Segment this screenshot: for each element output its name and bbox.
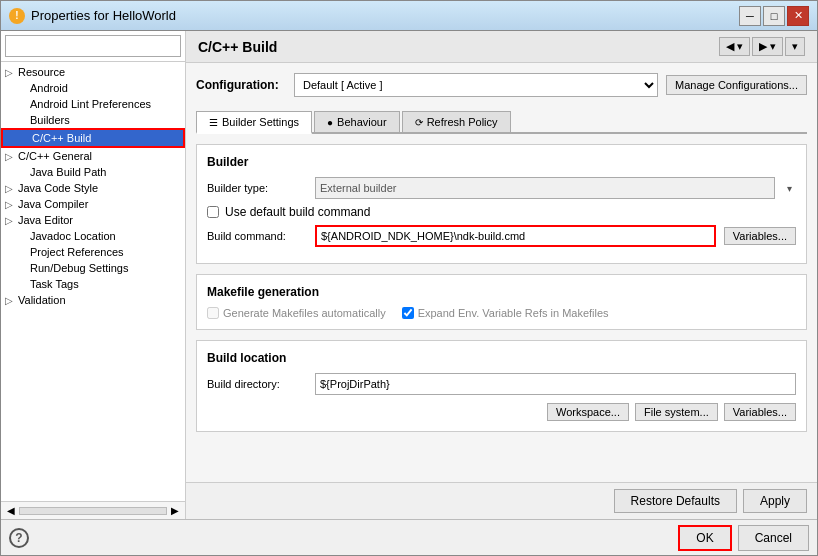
nav-arrows: ◀ ▾ ▶ ▾ ▾ (719, 37, 805, 56)
generate-makefiles-checkbox[interactable] (207, 307, 219, 319)
sidebar-item-task-tags[interactable]: Task Tags (1, 276, 185, 292)
tab-refresh-policy[interactable]: ⟳ Refresh Policy (402, 111, 511, 132)
sidebar-item-label-java-build: Java Build Path (30, 166, 106, 178)
sidebar-item-label-validation: Validation (18, 294, 66, 306)
apply-button[interactable]: Apply (743, 489, 807, 513)
configuration-select[interactable]: Default [ Active ] (294, 73, 658, 97)
build-command-input[interactable] (315, 225, 716, 247)
build-command-row: Build command: Variables... (207, 225, 796, 247)
tree-arrow-cpp-general: ▷ (5, 151, 15, 162)
build-variables-button[interactable]: Variables... (724, 227, 796, 245)
sidebar-item-java-compiler[interactable]: ▷ Java Compiler (1, 196, 185, 212)
tree-arrow-resource: ▷ (5, 67, 15, 78)
use-default-label: Use default build command (225, 205, 370, 219)
sidebar-item-label-cpp-build: C/C++ Build (32, 132, 91, 144)
sidebar-item-java-editor[interactable]: ▷ Java Editor (1, 212, 185, 228)
sidebar-item-android[interactable]: Android (1, 80, 185, 96)
makefile-options-row: Generate Makefiles automatically Expand … (207, 307, 796, 319)
tab-builder-settings[interactable]: ☰ Builder Settings (196, 111, 312, 134)
sidebar-search-area (1, 31, 185, 62)
content-panel-title: C/C++ Build (198, 39, 277, 55)
build-command-label: Build command: (207, 230, 307, 242)
minimize-button[interactable]: ─ (739, 6, 761, 26)
sidebar-tree: ▷ Resource Android Android Lint Preferen… (1, 62, 185, 501)
sidebar-item-run-debug[interactable]: Run/Debug Settings (1, 260, 185, 276)
configuration-label: Configuration: (196, 78, 286, 92)
sidebar-item-builders[interactable]: Builders (1, 112, 185, 128)
title-bar-left: ! Properties for HelloWorld (9, 8, 176, 24)
title-controls: ─ □ ✕ (739, 6, 809, 26)
window-title: Properties for HelloWorld (31, 8, 176, 23)
bottom-bar: ? OK Cancel (1, 519, 817, 555)
tree-arrow-java-code: ▷ (5, 183, 15, 194)
sidebar-item-label-rundebug: Run/Debug Settings (30, 262, 128, 274)
workspace-button[interactable]: Workspace... (547, 403, 629, 421)
sidebar-item-resource[interactable]: ▷ Resource (1, 64, 185, 80)
builder-type-text: External builder (320, 182, 396, 194)
generate-makefiles-item: Generate Makefiles automatically (207, 307, 386, 319)
sidebar-item-validation[interactable]: ▷ Validation (1, 292, 185, 308)
use-default-row: Use default build command (207, 205, 796, 219)
scroll-left-arrow[interactable]: ◀ (3, 505, 19, 516)
cancel-button[interactable]: Cancel (738, 525, 809, 551)
tree-arrow-validation: ▷ (5, 295, 15, 306)
build-location-buttons: Workspace... File system... Variables... (207, 403, 796, 421)
builder-section-title: Builder (207, 155, 796, 169)
sidebar-item-cpp-build[interactable]: C/C++ Build (1, 128, 185, 148)
app-icon: ! (9, 8, 25, 24)
builder-type-label: Builder type: (207, 182, 307, 194)
sidebar-scrollbar[interactable]: ◀ ▶ (1, 501, 185, 519)
sidebar-item-label-java-compiler: Java Compiler (18, 198, 88, 210)
expand-env-label: Expand Env. Variable Refs in Makefiles (418, 307, 609, 319)
makefile-section: Makefile generation Generate Makefiles a… (196, 274, 807, 330)
builder-type-dropdown-arrow: ▾ (783, 183, 796, 194)
sidebar-search-input[interactable] (5, 35, 181, 57)
manage-configurations-button[interactable]: Manage Configurations... (666, 75, 807, 95)
behaviour-icon: ● (327, 117, 333, 128)
tab-behaviour-label: Behaviour (337, 116, 387, 128)
sidebar-item-label-java-code: Java Code Style (18, 182, 98, 194)
tree-arrow-java-compiler: ▷ (5, 199, 15, 210)
sidebar-item-android-lint[interactable]: Android Lint Preferences (1, 96, 185, 112)
generate-makefiles-label: Generate Makefiles automatically (223, 307, 386, 319)
sidebar-item-label-resource: Resource (18, 66, 65, 78)
sidebar-item-label-lint: Android Lint Preferences (30, 98, 151, 110)
sidebar-item-project-refs[interactable]: Project References (1, 244, 185, 260)
sidebar: ▷ Resource Android Android Lint Preferen… (1, 31, 186, 519)
ok-button[interactable]: OK (678, 525, 731, 551)
title-bar: ! Properties for HelloWorld ─ □ ✕ (1, 1, 817, 31)
sidebar-item-label-javadoc: Javadoc Location (30, 230, 116, 242)
builder-type-row: Builder type: External builder ▾ (207, 177, 796, 199)
sidebar-item-label-tasktags: Task Tags (30, 278, 79, 290)
expand-env-checkbox[interactable] (402, 307, 414, 319)
sidebar-item-label-builders: Builders (30, 114, 70, 126)
help-button[interactable]: ? (9, 528, 29, 548)
builder-settings-icon: ☰ (209, 117, 218, 128)
build-location-section: Build location Build directory: Workspac… (196, 340, 807, 432)
sidebar-item-label-cpp-general: C/C++ General (18, 150, 92, 162)
sidebar-item-java-build-path[interactable]: Java Build Path (1, 164, 185, 180)
tree-arrow-java-editor: ▷ (5, 215, 15, 226)
tab-refresh-policy-label: Refresh Policy (427, 116, 498, 128)
forward-button[interactable]: ▶ ▾ (752, 37, 783, 56)
build-dir-input[interactable] (315, 373, 796, 395)
main-window: ! Properties for HelloWorld ─ □ ✕ ▷ Reso… (0, 0, 818, 556)
builder-type-value: External builder (315, 177, 775, 199)
menu-button[interactable]: ▾ (785, 37, 805, 56)
file-system-button[interactable]: File system... (635, 403, 718, 421)
use-default-checkbox[interactable] (207, 206, 219, 218)
expand-env-item: Expand Env. Variable Refs in Makefiles (402, 307, 609, 319)
sidebar-item-javadoc[interactable]: Javadoc Location (1, 228, 185, 244)
build-location-title: Build location (207, 351, 796, 365)
sidebar-item-cpp-general[interactable]: ▷ C/C++ General (1, 148, 185, 164)
close-button[interactable]: ✕ (787, 6, 809, 26)
scroll-right-arrow[interactable]: ▶ (167, 505, 183, 516)
content-body: Configuration: Default [ Active ] Manage… (186, 63, 817, 482)
restore-defaults-button[interactable]: Restore Defaults (614, 489, 737, 513)
tabs-bar: ☰ Builder Settings ● Behaviour ⟳ Refresh… (196, 111, 807, 134)
maximize-button[interactable]: □ (763, 6, 785, 26)
tab-behaviour[interactable]: ● Behaviour (314, 111, 400, 132)
location-variables-button[interactable]: Variables... (724, 403, 796, 421)
back-button[interactable]: ◀ ▾ (719, 37, 750, 56)
sidebar-item-java-code-style[interactable]: ▷ Java Code Style (1, 180, 185, 196)
